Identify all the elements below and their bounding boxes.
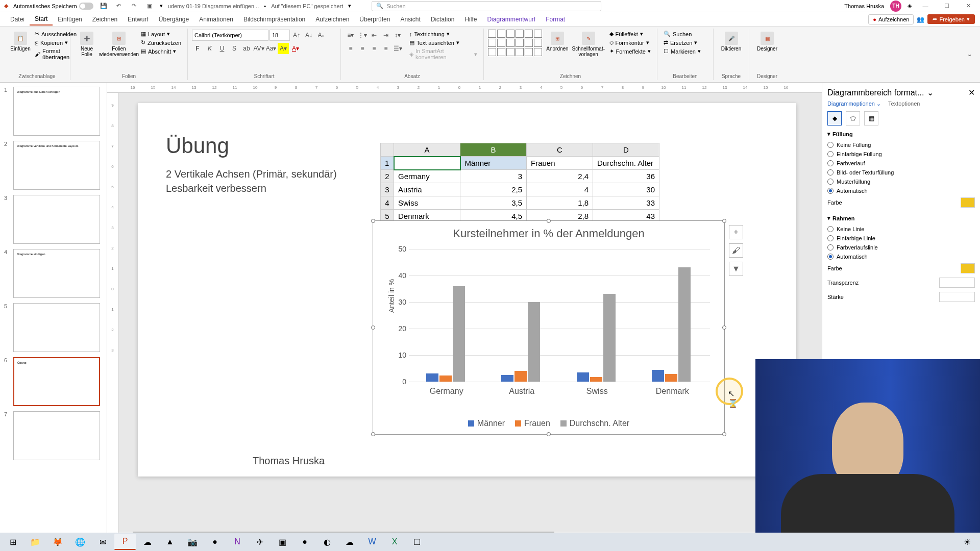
align-left-button[interactable]: ≡ <box>345 43 356 54</box>
smartart-button[interactable]: ◈ In SmartArt konvertieren ▾ <box>407 47 479 61</box>
taskbar-weather[interactable]: ☀ <box>957 534 978 550</box>
tab-ansicht[interactable]: Ansicht <box>395 14 425 25</box>
chart-title[interactable]: Kursteilnehmer in % der Anmeldungen <box>373 227 724 240</box>
slide-thumbnail[interactable]: 2Diagramme vertikale und horizontale Lay… <box>4 141 103 190</box>
slide-thumbnail[interactable]: 1Diagramme aus Daten einfügen <box>4 87 103 136</box>
decrease-font-button[interactable]: A↓ <box>303 30 314 41</box>
teams-icon[interactable]: 👥 <box>917 16 924 23</box>
fill-section-header[interactable]: ▾ Füllung <box>827 131 975 137</box>
bold-button[interactable]: F <box>192 43 203 54</box>
border-none-radio[interactable]: Keine Linie <box>827 224 975 234</box>
new-slide-button[interactable]: ➕Neue Folie <box>75 30 99 59</box>
record-button[interactable]: ●Aufzeichnen <box>868 14 914 24</box>
taskbar-chrome[interactable]: 🌐 <box>69 534 91 550</box>
text-direction-button[interactable]: ↕ Textrichtung ▾ <box>407 30 479 38</box>
collapse-ribbon-icon[interactable]: ⌄ <box>963 51 976 58</box>
tab-chart-options[interactable]: Diagrammoptionen ⌄ <box>827 101 881 107</box>
tab-dictation[interactable]: Dictation <box>426 14 460 25</box>
find-button[interactable]: 🔍 Suchen <box>662 30 709 38</box>
redo-icon[interactable]: ↷ <box>129 1 139 11</box>
taskbar-app-4[interactable]: ● <box>204 534 226 550</box>
close-button[interactable]: ✕ <box>961 1 976 11</box>
slide-thumbnail[interactable]: 5 <box>4 303 103 352</box>
shadow-button[interactable]: ab <box>241 43 252 54</box>
border-gradient-radio[interactable]: Farbverlaufslinie <box>827 243 975 252</box>
share-button[interactable]: ➦Freigeben▾ <box>927 14 975 24</box>
tab-einfügen[interactable]: Einfügen <box>53 14 87 25</box>
slide-thumbnail[interactable]: 6Übung <box>4 357 103 406</box>
tab-aufzeichnen[interactable]: Aufzeichnen <box>310 14 354 25</box>
chart-data-sheet[interactable]: ABCD1MännerFrauenDurchschn. Alter2German… <box>380 143 659 223</box>
tab-bildschirmpräsentation[interactable]: Bildschirmpräsentation <box>238 14 310 25</box>
tab-text-options[interactable]: Textoptionen <box>888 101 920 107</box>
maximize-button[interactable]: ☐ <box>939 1 954 11</box>
designer-button[interactable]: ▦Designer <box>753 30 781 54</box>
fill-picture-radio[interactable]: Bild- oder Texturfüllung <box>827 168 975 177</box>
shape-fill-button[interactable]: ◆ Fülleffekt ▾ <box>607 30 653 38</box>
increase-indent-button[interactable]: ⇥ <box>380 30 391 41</box>
bullets-button[interactable]: ≡▾ <box>345 30 356 41</box>
taskbar-app-5[interactable]: ✈ <box>249 534 271 550</box>
taskbar-firefox[interactable]: 🦊 <box>47 534 68 550</box>
save-icon[interactable]: 💾 <box>99 1 109 11</box>
border-section-header[interactable]: ▾ Rahmen <box>827 215 975 221</box>
start-button[interactable]: ⊞ <box>2 534 23 550</box>
undo-icon[interactable]: ↶ <box>114 1 124 11</box>
minimize-button[interactable]: — <box>918 1 933 11</box>
tab-format[interactable]: Format <box>541 14 570 25</box>
fill-gradient-radio[interactable]: Farbverlauf <box>827 159 975 168</box>
filename-dropdown-icon[interactable]: ▾ <box>348 3 351 9</box>
tab-start[interactable]: Start <box>30 13 53 26</box>
avatar[interactable]: TH <box>890 1 901 12</box>
tab-zeichnen[interactable]: Zeichnen <box>87 14 122 25</box>
qat-more-icon[interactable]: ▾ <box>160 3 163 9</box>
layout-button[interactable]: ▦ Layout ▾ <box>139 30 183 38</box>
taskbar-app-2[interactable]: ▲ <box>159 534 181 550</box>
chart-elements-button[interactable]: + <box>729 225 743 239</box>
shapes-gallery[interactable] <box>488 30 542 59</box>
slide-subtitle-1[interactable]: 2 Vertikale Achsen (Primär, sekundär) <box>166 168 337 180</box>
search-input[interactable]: 🔍 Suchen <box>372 1 601 11</box>
taskbar-outlook[interactable]: ✉ <box>92 534 113 550</box>
border-auto-radio[interactable]: Automatisch <box>827 252 975 261</box>
chart-legend[interactable]: MännerFrauenDurchschn. Alter <box>373 419 724 428</box>
align-text-button[interactable]: ▤ Text ausrichten ▾ <box>407 38 479 47</box>
font-name-select[interactable] <box>192 30 268 41</box>
fill-line-icon[interactable]: ◆ <box>827 111 842 126</box>
fill-color-button[interactable] <box>961 197 975 208</box>
highlight-button[interactable]: A▾ <box>278 43 289 54</box>
tab-entwurf[interactable]: Entwurf <box>122 14 154 25</box>
strike-button[interactable]: S <box>229 43 240 54</box>
pane-dropdown-icon[interactable]: ⌄ <box>927 88 934 97</box>
fill-auto-radio[interactable]: Automatisch <box>827 186 975 195</box>
slide-canvas[interactable]: Übung 2 Vertikale Achsen (Primär, sekund… <box>138 103 796 477</box>
italic-button[interactable]: K <box>204 43 215 54</box>
taskbar-app-1[interactable]: ☁ <box>137 534 158 550</box>
clear-format-button[interactable]: Aₓ <box>315 30 327 41</box>
line-spacing-button[interactable]: ↕▾ <box>392 30 403 41</box>
replace-button[interactable]: ⇄ Ersetzen ▾ <box>662 38 709 47</box>
font-color-button[interactable]: A▾ <box>290 43 301 54</box>
increase-font-button[interactable]: A↑ <box>291 30 302 41</box>
decrease-indent-button[interactable]: ⇤ <box>369 30 380 41</box>
tab-überprüfen[interactable]: Überprüfen <box>354 14 395 25</box>
section-button[interactable]: ▤ Abschnitt ▾ <box>139 47 183 56</box>
tab-übergänge[interactable]: Übergänge <box>154 14 194 25</box>
slide-thumbnail[interactable]: 3 <box>4 195 103 244</box>
effects-icon[interactable]: ⬠ <box>846 111 860 126</box>
shape-effects-button[interactable]: ✦ Formeffekte ▾ <box>607 47 653 56</box>
width-input[interactable] <box>939 292 975 302</box>
taskbar-powerpoint[interactable]: P <box>114 534 136 550</box>
diamond-icon[interactable]: ◈ <box>908 3 912 9</box>
taskbar-explorer[interactable]: 📁 <box>24 534 46 550</box>
autosave-toggle[interactable]: Automatisches Speichern <box>13 3 93 10</box>
reuse-slides-button[interactable]: ⊞Folien wiederverwenden <box>99 30 139 59</box>
border-solid-radio[interactable]: Einfarbige Linie <box>827 234 975 243</box>
slide-title[interactable]: Übung <box>166 134 229 158</box>
chart-filter-button[interactable]: ▼ <box>729 262 743 276</box>
arrange-button[interactable]: ⊞Anordnen <box>545 30 570 59</box>
taskbar-app-6[interactable]: ▣ <box>272 534 293 550</box>
fill-pattern-radio[interactable]: Musterfüllung <box>827 177 975 186</box>
reset-button[interactable]: ↻ Zurücksetzen <box>139 38 183 47</box>
border-color-button[interactable] <box>961 263 975 273</box>
